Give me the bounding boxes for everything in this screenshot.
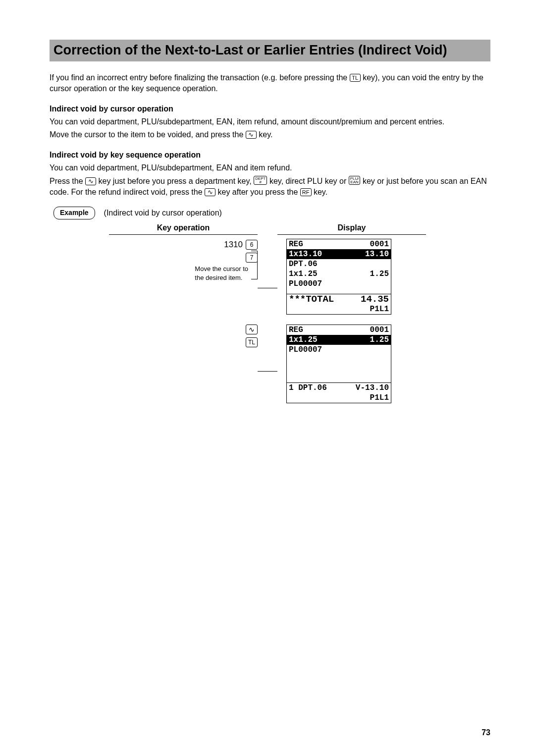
example-label: Example	[54, 207, 95, 219]
s2r2r: 1.25	[370, 335, 389, 345]
keyop-number: 1310	[224, 239, 243, 251]
s1r6r: 14.35	[361, 294, 389, 304]
display-column: Display REG0001 1x13.1013.10 DPT.06 1x1.…	[277, 222, 426, 324]
rf-key-icon: RF	[300, 188, 312, 196]
cursor-note: Move the cursor to the desired item.	[195, 265, 251, 282]
void-key-icon	[246, 324, 258, 334]
display-column-2: REG0001 1x1.251.25 PL00007 1 DPT.06V-13.…	[277, 324, 426, 413]
keyseq-text-b: key just before you press a department k…	[98, 177, 254, 185]
s1r5l: PL00007	[289, 279, 322, 289]
keyseq-text-e: key after you press the	[218, 188, 300, 196]
example-header: Example (Indirect void by cursor operati…	[54, 207, 490, 219]
s1r4l: 1x1.25	[289, 269, 318, 279]
s2r5r: P1L1	[370, 393, 389, 403]
cursor-void-section: Indirect void by cursor operation You ca…	[50, 104, 490, 141]
tl-key-icon: TL	[350, 74, 361, 82]
plu-ean-key-icon: PLU/EAN	[349, 176, 361, 185]
s2r3l: PL00007	[289, 345, 322, 355]
s1r1r: 0001	[370, 239, 389, 249]
keyseq-text-a: Press the	[50, 177, 85, 185]
page-number: 73	[482, 727, 490, 738]
s2r4l: 1 DPT.06	[289, 383, 327, 393]
keyop-row-1: 1310 6	[109, 239, 258, 251]
cursor-note-line2: the desired item.	[195, 273, 248, 282]
s1r4r: 1.25	[370, 269, 389, 279]
keyseq-void-section: Indirect void by key sequence operation …	[50, 150, 490, 198]
connector-column-2	[258, 324, 277, 413]
screen-blank	[287, 355, 391, 382]
cursor-note-row: Move the cursor to the desired item.	[109, 265, 258, 282]
keyop-block-2: TL	[109, 324, 258, 413]
keyop-row-2: 7	[109, 253, 258, 263]
section-title-bar: Correction of the Next-to-Last or Earlie…	[50, 40, 490, 61]
s1r2r: 13.10	[365, 249, 389, 259]
dept-key-icon: DEPT#	[254, 176, 267, 185]
keyseq-text-c: key, direct PLU key or	[269, 177, 349, 185]
display-screen-2: REG0001 1x1.251.25 PL00007 1 DPT.06V-13.…	[286, 324, 391, 403]
example-row-2: TL REG0001 1x1.251.25 PL00007 1 DPT.06V-…	[109, 324, 490, 413]
bracket-icon	[251, 251, 258, 279]
tl-key-icon: TL	[246, 337, 258, 347]
display-heading: Display	[277, 222, 426, 235]
display-screen-1: REG0001 1x13.1013.10 DPT.06 1x1.251.25 P…	[286, 239, 391, 315]
s1r7r: P1L1	[370, 304, 389, 314]
example-columns: Key operation 1310 6 7 Move the cursor t…	[109, 222, 490, 324]
cursor-note-line1: Move the cursor to	[195, 265, 248, 273]
s1r6l: ***TOTAL	[289, 294, 334, 304]
s1r1l: REG	[289, 239, 303, 249]
key-operation-column: Key operation 1310 6 7 Move the cursor t…	[109, 222, 258, 324]
section-title: Correction of the Next-to-Last or Earlie…	[54, 41, 486, 60]
void-key-icon	[205, 188, 215, 196]
s2r1r: 0001	[370, 325, 389, 335]
connector-column	[258, 222, 277, 324]
key-6-icon: 6	[246, 240, 258, 250]
cursor-void-line2a: Move the cursor to the item to be voided…	[50, 130, 246, 139]
intro-text-a: If you find an incorrect entry before fi…	[50, 73, 350, 82]
key-operation-heading: Key operation	[109, 222, 258, 235]
example-caption: (Indirect void by cursor operation)	[104, 208, 222, 218]
void-key-icon	[246, 131, 257, 139]
s2r4r: V-13.10	[356, 383, 389, 393]
cursor-void-heading: Indirect void by cursor operation	[50, 104, 490, 114]
void-key-icon	[85, 177, 96, 185]
cursor-void-line2b: key.	[259, 130, 272, 139]
connector-line	[258, 288, 277, 288]
connector-line	[258, 371, 277, 372]
s1r3l: DPT.06	[289, 259, 318, 269]
cursor-void-line1: You can void department, PLU/subdepartme…	[50, 116, 490, 127]
keyseq-void-line1: You can void department, PLU/subdepartme…	[50, 162, 490, 173]
s2r1l: REG	[289, 325, 303, 335]
s1r2l: 1x13.10	[289, 249, 322, 259]
keyseq-text-f: key.	[314, 188, 327, 196]
keyseq-void-heading: Indirect void by key sequence operation	[50, 150, 490, 161]
intro-paragraph: If you find an incorrect entry before fi…	[50, 72, 490, 95]
s2r2l: 1x1.25	[289, 335, 318, 345]
